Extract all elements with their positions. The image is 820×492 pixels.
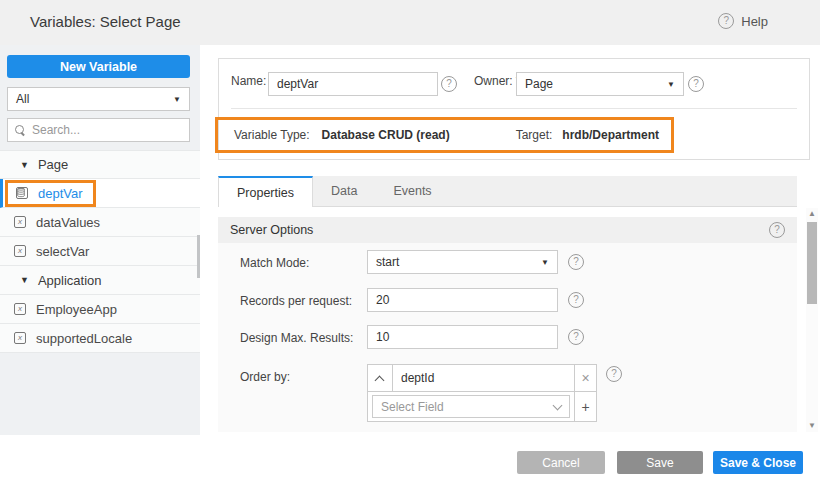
variable-icon: x: [14, 245, 26, 257]
variable-icon: x: [14, 332, 26, 344]
design-max-results-input[interactable]: [367, 325, 558, 349]
help-icon[interactable]: ?: [769, 222, 785, 238]
search-box[interactable]: [7, 118, 190, 142]
titlebar: Variables: Select Page ? Help: [0, 0, 820, 45]
cancel-button[interactable]: Cancel: [517, 451, 605, 474]
tree-item-label: dataValues: [36, 215, 100, 230]
remove-field-button[interactable]: ×: [574, 365, 596, 391]
tree-item-supportedlocale[interactable]: x supportedLocale: [0, 324, 200, 353]
help-label[interactable]: Help: [741, 14, 768, 29]
selected-item-highlight: deptVar: [5, 180, 96, 207]
help-link[interactable]: ? Help: [718, 13, 768, 29]
sort-direction-button[interactable]: [368, 365, 393, 391]
order-by-field-value: deptId: [393, 365, 574, 391]
variable-icon: x: [14, 303, 26, 315]
order-by-label: Order by:: [240, 370, 290, 384]
variable-type-value: Database CRUD (read): [322, 128, 450, 142]
scroll-up-icon[interactable]: ▲: [806, 208, 818, 220]
page-title: Variables: Select Page: [30, 13, 181, 30]
tree-item-label: supportedLocale: [36, 331, 132, 346]
match-mode-label: Match Mode:: [240, 256, 309, 270]
add-field-button[interactable]: +: [574, 392, 596, 421]
help-icon[interactable]: ?: [568, 254, 584, 270]
variable-icon: x: [14, 216, 26, 228]
new-variable-button[interactable]: New Variable: [7, 55, 190, 78]
help-icon[interactable]: ?: [718, 13, 734, 29]
tree-item-datavalues[interactable]: x dataValues: [0, 208, 200, 237]
tree-item-selectvar[interactable]: x selectVar: [0, 237, 200, 266]
search-input[interactable]: [32, 123, 182, 137]
scrollbar-thumb[interactable]: [807, 222, 817, 304]
tree-item-label: EmployeeApp: [36, 302, 117, 317]
design-max-results-label: Design Max. Results:: [240, 331, 353, 345]
variable-filter-value: All: [16, 92, 29, 106]
help-icon[interactable]: ?: [568, 329, 584, 345]
chevron-down-icon: [553, 400, 563, 410]
order-by-group: deptId × Select Field +: [367, 364, 597, 422]
name-label: Name:: [231, 74, 266, 88]
tab-data[interactable]: Data: [313, 176, 375, 206]
variables-dialog: Variables: Select Page ? Help New Variab…: [0, 0, 820, 492]
match-mode-select[interactable]: start ▼: [367, 250, 558, 274]
variable-type-label: Variable Type:: [234, 128, 310, 142]
records-per-request-input[interactable]: [367, 288, 558, 312]
name-input[interactable]: [268, 72, 438, 96]
chevron-up-icon: [375, 376, 385, 386]
tree-item-employeeapp[interactable]: x EmployeeApp: [0, 295, 200, 324]
target-label: Target:: [516, 128, 553, 142]
tree-group-application[interactable]: ▼ Application: [0, 266, 200, 295]
order-by-row: deptId ×: [368, 365, 596, 392]
help-icon[interactable]: ?: [606, 366, 622, 382]
help-icon[interactable]: ?: [441, 76, 457, 92]
save-button[interactable]: Save: [617, 451, 703, 474]
variable-tree: ▼ Page deptVar x dataValues x selectVar …: [0, 150, 200, 353]
tab-events[interactable]: Events: [375, 176, 449, 206]
scroll-down-icon[interactable]: ▼: [806, 420, 818, 432]
order-by-add-row: Select Field +: [368, 392, 596, 421]
target-value: hrdb/Department: [562, 128, 659, 142]
tree-item-label: deptVar: [38, 186, 83, 201]
caret-down-icon: ▼: [667, 80, 675, 89]
server-options-header: Server Options ?: [218, 217, 797, 243]
owner-label: Owner:: [474, 74, 513, 88]
content-scrollbar[interactable]: ▲ ▼: [806, 208, 818, 432]
divider: [231, 108, 797, 109]
tree-item-deptvar[interactable]: deptVar: [0, 179, 200, 208]
tab-properties[interactable]: Properties: [218, 176, 313, 207]
variable-summary-card: Name: * ? Owner: * Page ▼ ? Variable Typ…: [218, 58, 810, 160]
match-mode-value: start: [376, 255, 399, 269]
sidebar: New Variable All ▼ ▼ Page deptVar x data: [0, 45, 200, 435]
owner-select[interactable]: Page ▼: [516, 72, 684, 96]
tree-item-label: selectVar: [36, 244, 89, 259]
main-panel: Name: * ? Owner: * Page ▼ ? Variable Typ…: [200, 45, 820, 435]
triangle-down-icon[interactable]: ▼: [20, 160, 29, 170]
caret-down-icon: ▼: [173, 95, 181, 104]
tree-group-page[interactable]: ▼ Page: [0, 150, 200, 179]
triangle-down-icon[interactable]: ▼: [20, 275, 29, 285]
tree-group-label: Page: [38, 157, 68, 172]
help-icon[interactable]: ?: [688, 76, 704, 92]
select-field-dropdown[interactable]: Select Field: [372, 395, 570, 418]
variable-type-highlight: Variable Type: Database CRUD (read) Targ…: [215, 117, 674, 153]
save-and-close-button[interactable]: Save & Close: [713, 451, 803, 474]
tabbar: Properties Data Events: [218, 176, 797, 207]
footer: Cancel Save Save & Close: [0, 435, 820, 492]
server-options-title: Server Options: [230, 223, 313, 237]
variable-filter-select[interactable]: All ▼: [7, 87, 190, 111]
caret-down-icon: ▼: [541, 258, 549, 267]
properties-panel: Server Options ? Match Mode: start ▼ ? R…: [218, 217, 797, 432]
select-field-placeholder: Select Field: [381, 400, 444, 414]
help-icon[interactable]: ?: [568, 292, 584, 308]
search-icon: [15, 125, 26, 136]
database-icon: [16, 187, 28, 199]
records-per-request-label: Records per request:: [240, 294, 352, 308]
tree-group-label: Application: [38, 273, 102, 288]
owner-value: Page: [525, 77, 553, 91]
